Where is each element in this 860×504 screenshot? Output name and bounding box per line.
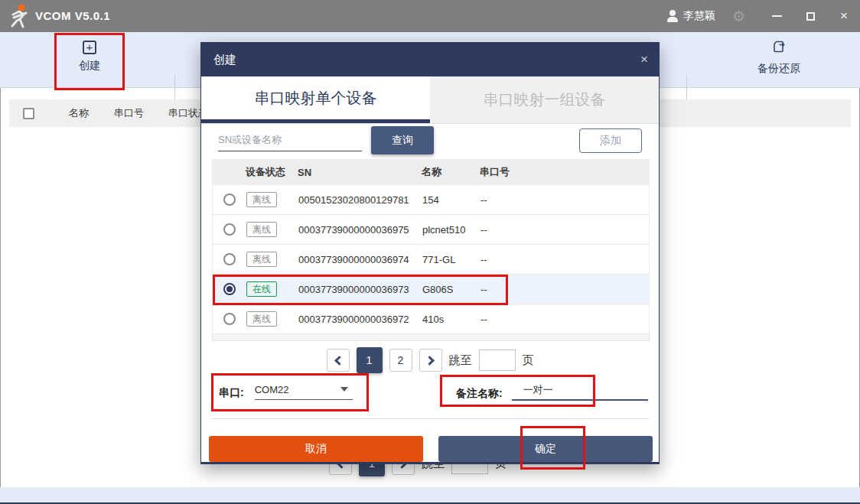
app-title: VCOM V5.0.1 [35, 0, 110, 32]
status-bar [0, 487, 860, 502]
backup-restore-icon [771, 39, 787, 57]
remark-input[interactable]: 一对一 [512, 382, 648, 401]
row-sn: 00037739000000036974 [298, 254, 422, 265]
dialog-close-icon[interactable]: × [640, 43, 648, 76]
select-all-checkbox[interactable] [23, 108, 34, 119]
app-logo-icon [8, 3, 32, 29]
device-row-selected[interactable]: 在线 00037739000000036973 G806S -- [212, 275, 650, 304]
add-button[interactable]: 添加 [579, 128, 642, 153]
dialog-title: 创建 [213, 53, 236, 67]
row-port: -- [480, 194, 526, 206]
row-sn: 00037739000000036972 [298, 314, 422, 325]
prev-page-button[interactable] [327, 349, 350, 372]
modal-page-button[interactable]: 1 [357, 347, 383, 373]
create-button-label: 创建 [79, 59, 100, 73]
device-row[interactable]: 离线 00037739000000036974 771-GL -- [212, 245, 650, 275]
titlebar-controls: 李慧颖 ⚙ × [666, 0, 860, 32]
col-name: 名称 [422, 165, 480, 179]
serial-port-label: 串口: [219, 386, 244, 400]
query-button[interactable]: 查询 [371, 126, 434, 154]
row-port: -- [480, 224, 526, 236]
serial-port-value: COM22 [255, 384, 289, 395]
row-port: -- [480, 254, 526, 265]
divider [212, 418, 650, 419]
main-col-port: 串口号 [114, 106, 144, 120]
modal-page-button[interactable]: 2 [389, 349, 412, 372]
settings-gear-icon[interactable]: ⚙ [732, 8, 745, 25]
dialog-header: 创建 × [201, 43, 659, 76]
create-button[interactable]: + 创建 [55, 37, 124, 73]
row-radio[interactable] [223, 193, 236, 206]
create-plus-icon: + [83, 41, 96, 54]
backup-restore-label: 备份还原 [757, 62, 800, 76]
jump-label: 跳至 [449, 353, 472, 368]
next-page-button[interactable] [419, 349, 442, 372]
user-name[interactable]: 李慧颖 [683, 9, 715, 23]
page-unit: 页 [523, 353, 534, 368]
chevron-down-icon [340, 387, 348, 392]
row-radio[interactable] [223, 253, 236, 265]
minimize-button[interactable] [765, 0, 788, 32]
row-radio[interactable] [223, 283, 236, 295]
tab-single-device[interactable]: 串口映射单个设备 [201, 76, 430, 123]
status-badge: 离线 [246, 192, 277, 207]
status-badge: 离线 [246, 311, 277, 327]
app-window: VCOM V5.0.1 李慧颖 ⚙ × + 创建 备份还原 [0, 0, 860, 504]
row-sn: 00037739000000036975 [298, 224, 422, 236]
remark-value: 一对一 [523, 384, 553, 395]
col-sn: SN [298, 167, 422, 178]
titlebar: VCOM V5.0.1 李慧颖 ⚙ × [0, 0, 860, 32]
row-name: 154 [422, 194, 480, 206]
row-radio[interactable] [223, 223, 236, 236]
dialog-pagination: 1 2 跳至 页 [201, 347, 659, 373]
status-badge: 离线 [246, 252, 277, 267]
remark-label: 备注名称: [456, 387, 503, 401]
row-radio[interactable] [223, 313, 236, 325]
backup-restore-button[interactable]: 备份还原 [744, 37, 813, 76]
col-device-status: 设备状态 [246, 165, 298, 179]
sn-search-input[interactable] [218, 128, 362, 151]
ok-button[interactable]: 确定 [438, 436, 653, 462]
row-port: -- [480, 284, 526, 295]
horizontal-scrollbar[interactable] [212, 334, 650, 341]
row-sn: 00037739000000036973 [298, 284, 422, 295]
row-name: 410s [422, 314, 480, 325]
create-dialog: 创建 × 串口映射单个设备 串口映射一组设备 查询 添加 设备状态 SN 名称 … [200, 42, 660, 464]
status-badge: 离线 [246, 222, 277, 237]
tab-device-group[interactable]: 串口映射一组设备 [430, 76, 659, 123]
device-row[interactable]: 离线 00501523020800129781 154 -- [212, 185, 650, 215]
col-port: 串口号 [480, 165, 526, 179]
status-badge: 在线 [246, 281, 277, 297]
row-name: plcnet510 [422, 224, 480, 236]
cancel-button[interactable]: 取消 [209, 436, 423, 462]
device-table: 设备状态 SN 名称 串口号 离线 00501523020800129781 1… [212, 159, 650, 341]
dialog-tabs: 串口映射单个设备 串口映射一组设备 [201, 76, 659, 124]
close-window-button[interactable]: × [832, 0, 855, 32]
maximize-button[interactable] [799, 0, 822, 32]
row-name: G806S [422, 284, 480, 295]
serial-port-field: 串口: COM22 [219, 382, 353, 400]
serial-port-select[interactable]: COM22 [255, 382, 353, 400]
row-name: 771-GL [422, 254, 480, 265]
device-row[interactable]: 离线 00037739000000036972 410s -- [212, 304, 650, 334]
user-icon [666, 10, 679, 22]
device-row[interactable]: 离线 00037739000000036975 plcnet510 -- [212, 215, 650, 245]
remark-field: 备注名称: 一对一 [456, 382, 648, 401]
main-col-name: 名称 [69, 106, 89, 120]
jump-page-input[interactable] [479, 350, 516, 371]
row-port: -- [480, 314, 526, 325]
row-sn: 00501523020800129781 [298, 194, 422, 206]
device-table-header: 设备状态 SN 名称 串口号 [212, 159, 650, 185]
